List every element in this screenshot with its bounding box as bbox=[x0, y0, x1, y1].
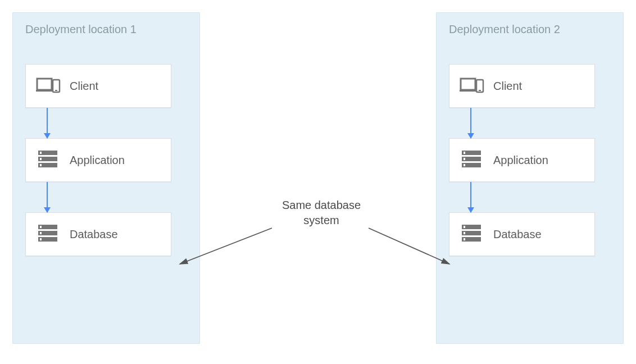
deployment-zone-2: Deployment location 2 Client Applicatio bbox=[436, 12, 624, 344]
svg-rect-9 bbox=[40, 164, 42, 166]
database-box-left: Database bbox=[25, 212, 171, 256]
svg-rect-24 bbox=[464, 158, 465, 160]
client-label: Client bbox=[70, 80, 98, 93]
svg-rect-15 bbox=[40, 238, 42, 240]
svg-rect-8 bbox=[40, 158, 42, 160]
svg-rect-14 bbox=[40, 232, 42, 234]
database-box-right: Database bbox=[449, 212, 595, 256]
zone-1-title: Deployment location 1 bbox=[25, 23, 187, 36]
application-label: Application bbox=[70, 154, 125, 167]
arrow-app-to-db-left bbox=[47, 182, 48, 212]
application-box-left: Application bbox=[25, 138, 171, 182]
arrow-client-to-app-left bbox=[47, 108, 48, 138]
svg-rect-17 bbox=[460, 90, 476, 92]
svg-rect-7 bbox=[40, 152, 42, 154]
svg-rect-19 bbox=[479, 90, 481, 91]
svg-rect-13 bbox=[40, 226, 42, 228]
zone-2-title: Deployment location 2 bbox=[449, 23, 611, 36]
arrow-client-to-app-right bbox=[470, 108, 471, 138]
application-label: Application bbox=[493, 154, 548, 167]
arrow-app-to-db-right bbox=[470, 182, 471, 212]
deployment-zone-1: Deployment location 1 Client Applicatio bbox=[12, 12, 200, 344]
svg-rect-31 bbox=[464, 238, 465, 240]
server-icon bbox=[36, 149, 61, 171]
application-box-right: Application bbox=[449, 138, 595, 182]
client-icon bbox=[460, 75, 484, 97]
database-icon bbox=[36, 224, 61, 245]
svg-rect-25 bbox=[464, 164, 465, 166]
client-label: Client bbox=[493, 80, 522, 93]
client-box-left: Client bbox=[25, 64, 171, 108]
svg-rect-3 bbox=[55, 90, 57, 91]
svg-rect-0 bbox=[37, 79, 52, 90]
svg-rect-23 bbox=[464, 152, 465, 154]
client-box-right: Client bbox=[449, 64, 595, 108]
svg-rect-16 bbox=[461, 79, 475, 90]
database-label: Database bbox=[70, 228, 118, 241]
same-database-label: Same database system bbox=[276, 198, 366, 228]
client-icon bbox=[36, 75, 61, 97]
server-icon bbox=[460, 149, 484, 171]
svg-rect-30 bbox=[464, 232, 465, 234]
svg-rect-1 bbox=[36, 90, 53, 92]
svg-rect-29 bbox=[464, 226, 465, 228]
database-label: Database bbox=[493, 228, 542, 241]
database-icon bbox=[460, 224, 484, 245]
